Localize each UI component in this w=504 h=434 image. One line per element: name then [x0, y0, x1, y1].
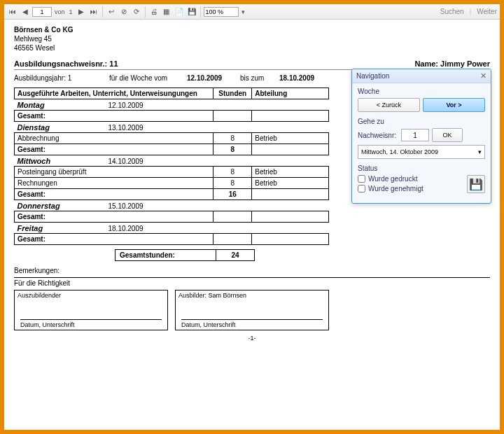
prev-page-icon[interactable]: ◀	[20, 6, 31, 18]
trainee-role: Auszubildender	[18, 292, 164, 299]
day-name: Freitag	[18, 224, 108, 232]
refresh-icon[interactable]: ⟳	[131, 6, 142, 18]
total-label: Gesamt:	[15, 144, 214, 155]
work-cell: Abbrechnung	[15, 133, 214, 144]
remarks-label: Bemerkungen:	[14, 267, 490, 274]
record-field-label: Nachweisnr:	[358, 132, 398, 139]
total-label: Gesamt:	[15, 189, 214, 200]
zoom-dropdown-icon[interactable]: ▾	[240, 8, 246, 15]
record-no: 11	[109, 59, 118, 68]
hours-cell: 8	[214, 167, 252, 178]
page-input[interactable]	[32, 7, 52, 17]
day-total: 16	[214, 189, 252, 200]
layout-icon[interactable]: ▦	[161, 6, 172, 18]
page-total: 1	[68, 8, 74, 15]
day-date: 13.10.2009	[108, 124, 144, 132]
signature-row: Auszubildender Datum, Unterschrift Ausbi…	[14, 290, 490, 330]
week-label: Woche	[358, 88, 485, 95]
day-name: Montag	[18, 101, 108, 109]
to-label: bis zum	[240, 74, 275, 82]
total-label: Gesamt:	[15, 111, 214, 122]
correctness-label: Für die Richtigkeit	[14, 277, 490, 287]
from-date: 12.10.2009	[187, 74, 236, 82]
year-value: 1	[68, 74, 72, 82]
total-label: Gesamt:	[15, 211, 214, 223]
printed-checkbox[interactable]: Wurde gedruckt	[358, 175, 424, 183]
day-name: Dienstag	[18, 123, 108, 132]
day-total	[214, 111, 252, 122]
goto-label: Gehe zu	[358, 118, 485, 125]
save-icon[interactable]: 💾	[467, 175, 485, 193]
print-icon[interactable]: 🖨	[148, 6, 160, 18]
hours-cell: 8	[214, 133, 252, 144]
grand-total-value: 24	[216, 250, 254, 260]
next-link[interactable]: Weiter	[477, 8, 497, 15]
status-label: Status	[358, 164, 485, 172]
dept-cell: Betrieb	[252, 178, 329, 189]
navigation-panel: Navigation ✕ Woche < Zurück Vor > Gehe z…	[351, 69, 491, 204]
date-dropdown[interactable]: Mittwoch, 14. Oktober 2009 ▾	[358, 145, 485, 159]
back-icon[interactable]: ↩	[106, 6, 117, 18]
page-number: -1-	[14, 335, 490, 342]
year-label: Ausbildungsjahr:	[14, 74, 66, 82]
export-icon[interactable]: 💾	[186, 6, 197, 18]
work-cell: Posteingang überprüft	[15, 167, 214, 178]
company-city: 46565 Wesel	[14, 43, 490, 52]
back-button[interactable]: < Zurück	[358, 98, 420, 112]
day-name: Donnerstag	[18, 202, 108, 210]
sign-caption: Datum, Unterschrift	[181, 321, 236, 328]
company-block: Börnsen & Co KG Mehlweg 45 46565 Wesel	[14, 25, 490, 52]
trainer-role: Ausbilder: Sam Börnsen	[178, 292, 326, 299]
day-date: 15.10.2009	[108, 202, 144, 210]
company-name: Börnsen & Co KG	[14, 25, 490, 34]
sign-caption: Datum, Unterschrift	[20, 321, 75, 328]
dept-cell: Betrieb	[252, 167, 329, 178]
day-date: 18.10.2009	[108, 225, 144, 232]
record-spinner[interactable]	[401, 129, 429, 141]
date-value: Mittwoch, 14. Oktober 2009	[361, 148, 438, 155]
page-setup-icon[interactable]: 📄	[174, 6, 185, 18]
day-total: 8	[214, 144, 252, 155]
nav-title: Navigation	[356, 72, 389, 80]
record-label: Ausbildungsnachweisnr.:	[14, 59, 107, 68]
col-hours: Stunden	[214, 88, 252, 99]
total-label: Gesamt:	[15, 234, 214, 245]
stop-icon[interactable]: ⊘	[118, 6, 130, 18]
day-date: 14.10.2009	[108, 158, 144, 165]
search-link[interactable]: Suchen	[440, 8, 464, 15]
day-total	[214, 211, 252, 223]
grand-total-label: Gesamtstunden:	[115, 250, 216, 260]
to-date: 18.10.2009	[279, 74, 328, 82]
day-name: Mittwoch	[18, 157, 108, 165]
work-cell: Rechnungen	[15, 178, 214, 189]
dept-cell: Betrieb	[252, 133, 329, 144]
col-dept: Abteilung	[252, 88, 329, 99]
chevron-down-icon: ▾	[478, 148, 482, 155]
forward-button[interactable]: Vor >	[423, 98, 485, 112]
page-of-label: von	[53, 8, 66, 15]
approved-checkbox[interactable]: Wurde genehmigt	[358, 185, 424, 192]
from-label: für die Woche vom	[109, 74, 183, 82]
last-page-icon[interactable]: ⏭	[88, 6, 99, 18]
next-page-icon[interactable]: ▶	[76, 6, 87, 18]
report-toolbar: ⏮ ◀ von 1 ▶ ⏭ ↩ ⊘ ⟳ 🖨 ▦ 📄 💾 ▾ Suchen | W…	[4, 4, 500, 20]
company-street: Mehlweg 45	[14, 34, 490, 43]
day-date: 12.10.2009	[108, 102, 144, 109]
grand-total-box: Gesamtstunden: 24	[115, 249, 255, 261]
close-icon[interactable]: ✕	[480, 71, 486, 80]
ok-button[interactable]: OK	[432, 128, 463, 142]
first-page-icon[interactable]: ⏮	[7, 6, 18, 18]
col-work: Ausgeführte Arbeiten, Unterricht, Unterw…	[15, 88, 214, 99]
work-table: Ausgeführte Arbeiten, Unterricht, Unterw…	[14, 88, 329, 245]
nav-titlebar: Navigation ✕	[352, 69, 491, 83]
hours-cell: 8	[214, 178, 252, 189]
trainer-sign-box: Ausbilder: Sam Börnsen Datum, Unterschri…	[175, 290, 329, 330]
zoom-input[interactable]	[204, 7, 239, 17]
trainee-sign-box: Auszubildender Datum, Unterschrift	[14, 290, 168, 330]
name-label: Name:	[414, 59, 438, 68]
trainee-name: Jimmy Power	[440, 59, 490, 68]
day-total	[214, 234, 252, 245]
